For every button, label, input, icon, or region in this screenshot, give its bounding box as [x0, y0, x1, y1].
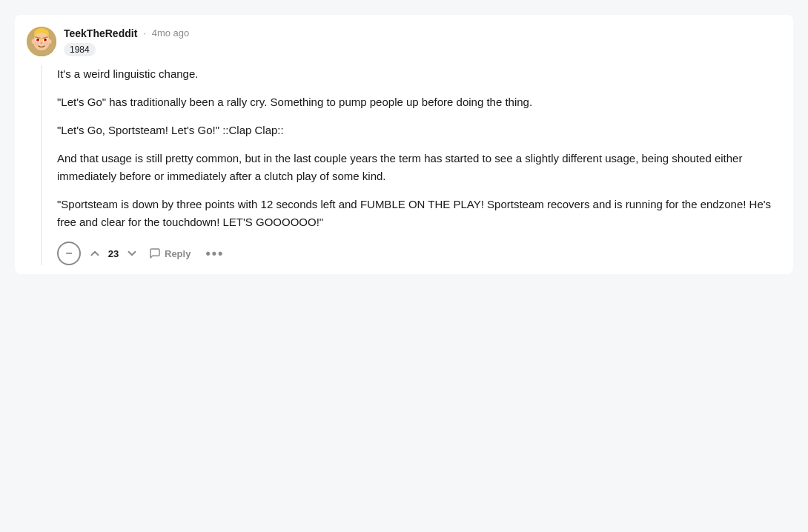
vote-section: 23: [87, 244, 140, 263]
vote-count: 23: [106, 248, 121, 259]
upvote-button[interactable]: [87, 244, 103, 263]
flair-badge: 1984: [64, 43, 96, 56]
svg-point-14: [41, 42, 43, 44]
username-row: TeekTheReddit · 4mo ago: [64, 27, 189, 39]
flair-row: 1984: [64, 42, 189, 56]
comment-text: It's a weird linguistic change. "Let's G…: [57, 65, 781, 231]
paragraph-3: "Let's Go, Sportsteam! Let's Go!" ::Clap…: [57, 122, 781, 139]
comment-actions: − 23: [57, 239, 781, 265]
reply-icon: [149, 247, 161, 259]
paragraph-4: And that usage is still pretty common, b…: [57, 150, 781, 185]
more-options-button[interactable]: •••: [199, 242, 230, 265]
paragraph-5: "Sportsteam is down by three points with…: [57, 196, 781, 231]
svg-point-10: [38, 39, 39, 41]
username: TeekTheReddit: [64, 27, 137, 39]
comment-body-wrapper: It's a weird linguistic change. "Let's G…: [27, 65, 781, 265]
svg-point-5: [33, 33, 50, 50]
reply-button[interactable]: Reply: [143, 243, 196, 264]
paragraph-1: It's a weird linguistic change.: [57, 65, 781, 83]
avatar: [27, 27, 56, 56]
comment-header: TeekTheReddit · 4mo ago 1984: [27, 27, 781, 56]
collapse-button[interactable]: −: [57, 242, 81, 265]
downvote-icon: [125, 247, 139, 260]
dot-separator: ·: [143, 28, 145, 39]
downvote-button[interactable]: [124, 244, 140, 263]
more-icon: •••: [205, 246, 224, 261]
collapse-icon: −: [65, 247, 72, 260]
svg-point-18: [48, 39, 52, 44]
comment-content: It's a weird linguistic change. "Let's G…: [57, 65, 781, 265]
svg-point-17: [32, 39, 36, 44]
thread-line: [41, 65, 42, 265]
paragraph-2: "Let's Go" has traditionally been a rall…: [57, 93, 781, 111]
timestamp: 4mo ago: [152, 27, 190, 39]
reply-label: Reply: [165, 248, 191, 259]
svg-point-11: [45, 39, 47, 41]
comment-card: TeekTheReddit · 4mo ago 1984 It's a weir…: [15, 15, 793, 274]
upvote-icon: [88, 247, 102, 260]
header-info: TeekTheReddit · 4mo ago 1984: [64, 27, 189, 56]
